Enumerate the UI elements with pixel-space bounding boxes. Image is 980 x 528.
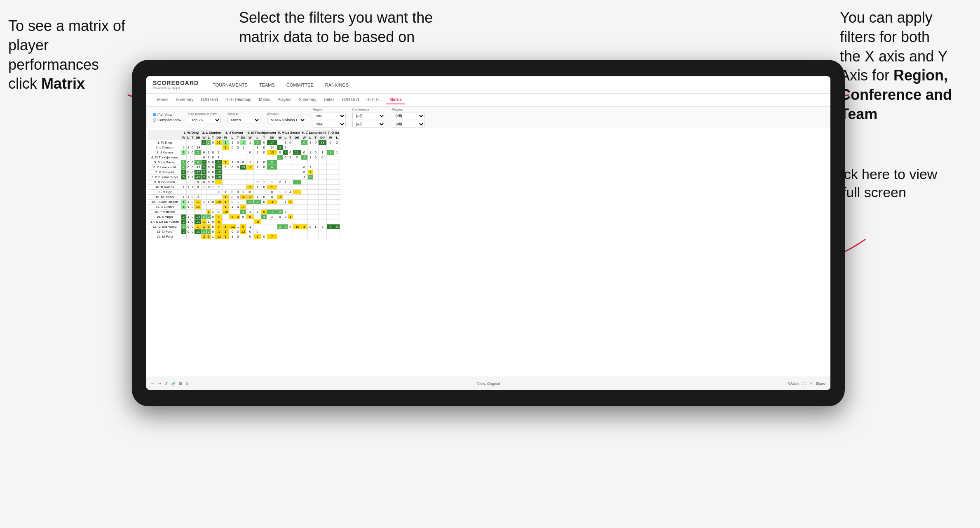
sh-w5: W xyxy=(277,135,283,140)
subnav-h2h-grid2[interactable]: H2H Grid xyxy=(338,96,362,104)
subnav-players[interactable]: Players xyxy=(274,96,295,104)
conference-select2[interactable]: (All) xyxy=(352,121,385,127)
matrix-cell: 2 xyxy=(201,229,206,234)
share-button[interactable]: Share xyxy=(816,382,825,386)
matrix-cell xyxy=(186,190,190,195)
filter-bar: Full View Compact View Max players in vi… xyxy=(146,107,830,128)
matrix-cell: 1 xyxy=(222,140,229,145)
refresh-icon[interactable]: ↺ xyxy=(164,382,168,386)
matrix-cell: -1 xyxy=(215,229,222,234)
matrix-cell xyxy=(288,160,293,165)
matrix-cell: 0 xyxy=(236,165,240,170)
matrix-cell: -7 xyxy=(267,210,277,214)
subnav-matrix1[interactable]: Matrix xyxy=(256,96,273,104)
matrix-cell: 1 xyxy=(206,155,211,160)
subnav-h2h-h[interactable]: H2H H... xyxy=(363,96,385,104)
gender-select[interactable]: Men's xyxy=(227,117,260,123)
subnav-h2h-grid[interactable]: H2H Grid xyxy=(197,96,221,104)
matrix-cell xyxy=(277,229,283,234)
matrix-cell: 3 xyxy=(301,224,307,229)
matrix-tbody: 1. W Ding12011110-2120171001013022. L Cl… xyxy=(148,140,340,239)
matrix-cell: 2 xyxy=(201,170,206,175)
matrix-cell xyxy=(206,195,211,200)
table-row: 11. M Ege0100100104 xyxy=(148,190,340,195)
matrix-cell: 0 xyxy=(261,200,267,205)
matrix-cell xyxy=(267,155,277,160)
sh-w3: W xyxy=(222,135,229,140)
subnav-h2h-heatmap[interactable]: H2H Heatmap xyxy=(222,96,255,104)
matrix-cell: 1 xyxy=(307,140,313,145)
matrix-cell: 1 xyxy=(246,160,254,165)
division-select[interactable]: NCAA Division I xyxy=(267,117,306,123)
layout-icon[interactable]: ⊞ xyxy=(179,382,182,386)
matrix-cell xyxy=(211,195,215,200)
compact-view-radio[interactable] xyxy=(153,118,156,122)
matrix-cell xyxy=(246,219,254,224)
matrix-cell: 1 xyxy=(201,185,206,190)
table-row: 19. D Ford200-20220-11001300 xyxy=(148,229,340,234)
matrix-cell: 1 xyxy=(254,160,261,165)
region-select2[interactable]: N/A xyxy=(313,121,346,127)
subnav-summary2[interactable]: Summary xyxy=(295,96,320,104)
conference-select1[interactable]: (All) xyxy=(352,113,385,119)
matrix-cell xyxy=(283,205,288,210)
view-original-label[interactable]: View: Original xyxy=(477,382,500,386)
matrix-cell xyxy=(201,195,206,200)
matrix-cell: 0 xyxy=(211,175,215,180)
player-name-cell: 7. G Sargent xyxy=(148,170,181,175)
matrix-cell: 6 xyxy=(267,165,277,170)
matrix-cell xyxy=(240,155,246,160)
matrix-cell xyxy=(267,170,277,175)
nav-committee[interactable]: COMMITTEE xyxy=(285,82,315,88)
full-view-radio[interactable] xyxy=(153,113,156,116)
subnav-summary1[interactable]: Summary xyxy=(172,96,197,104)
matrix-cell xyxy=(267,175,277,180)
region-select1[interactable]: N/A xyxy=(313,113,346,119)
player-name-cell: 13. J Skov Olesen xyxy=(148,200,181,205)
table-row: 2. L Clanton210-18100-110-2422 xyxy=(148,145,340,150)
undo-icon[interactable]: ↩ xyxy=(151,382,155,386)
player-name-cell: 6. C Lamprecht xyxy=(148,165,181,170)
bottom-bar-right: Watch ⛶ ↗ Share xyxy=(788,382,825,386)
matrix-area[interactable]: 1. W Ding 2. L Clanton 3. J Koivun 4. M … xyxy=(146,128,830,377)
matrix-cell: 6 xyxy=(267,160,277,165)
max-players-select[interactable]: Top 25 xyxy=(188,117,221,123)
watch-label[interactable]: Watch xyxy=(788,382,799,386)
sh-d6: Dif xyxy=(318,135,327,140)
compact-view-label: Compact View xyxy=(157,118,181,122)
ann-right-l2: filters for both xyxy=(840,28,930,45)
players-select1[interactable]: (All) xyxy=(392,113,425,119)
matrix-cell: 1 xyxy=(288,155,293,160)
subnav-teams[interactable]: Teams xyxy=(153,96,171,104)
nav-teams[interactable]: TEAMS xyxy=(258,82,277,88)
matrix-cell xyxy=(190,140,195,145)
matrix-cell xyxy=(240,180,246,185)
players-select2[interactable]: (All) xyxy=(392,121,425,127)
nav-tournaments[interactable]: TOURNAMENTS xyxy=(211,82,249,88)
matrix-cell: 0 xyxy=(288,224,293,229)
matrix-cell xyxy=(307,210,313,214)
col-header-4: 4. M Thorbjornsen xyxy=(246,130,277,135)
view-options: Full View Compact View xyxy=(153,113,181,122)
screen-icon[interactable]: ⛶ xyxy=(802,382,806,386)
zoom-icon[interactable]: ⊕ xyxy=(185,382,189,386)
subnav-matrix2[interactable]: Matrix xyxy=(386,96,405,104)
share-icon[interactable]: ↗ xyxy=(809,382,812,386)
link-icon[interactable]: 🔗 xyxy=(171,382,176,386)
matrix-cell: 2 xyxy=(201,175,206,180)
matrix-cell xyxy=(283,185,288,190)
matrix-cell xyxy=(318,180,327,185)
matrix-cell: 1 xyxy=(186,195,190,200)
compact-view-option[interactable]: Compact View xyxy=(153,118,181,122)
sh-w4: W xyxy=(246,135,254,140)
matrix-cell xyxy=(307,200,313,205)
full-view-option[interactable]: Full View xyxy=(153,113,181,117)
redo-icon[interactable]: ↪ xyxy=(158,382,161,386)
matrix-cell xyxy=(293,165,301,170)
matrix-cell xyxy=(293,185,301,190)
matrix-cell xyxy=(222,185,229,190)
bottom-bar: ↩ ↪ ↺ 🔗 ⊞ ⊕ View: Original Watch ⛶ ↗ Sha… xyxy=(146,377,830,390)
subnav-detail[interactable]: Detail xyxy=(321,96,338,104)
matrix-cell: -3 xyxy=(195,200,202,205)
nav-rankings[interactable]: RANKINGS xyxy=(324,82,350,88)
